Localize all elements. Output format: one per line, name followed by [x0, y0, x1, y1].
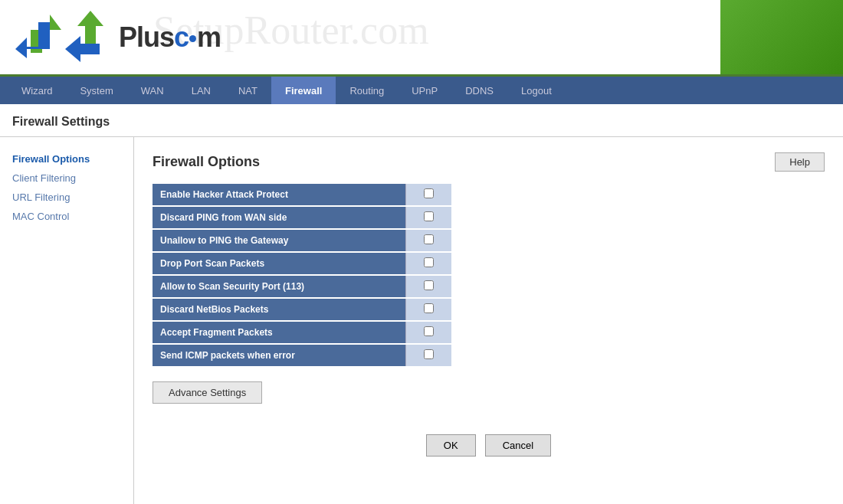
logo-arrows-icon — [8, 7, 61, 68]
ok-button[interactable]: OK — [426, 434, 476, 457]
option-label: Accept Fragment Packets — [153, 321, 405, 344]
advance-settings-button[interactable]: Advance Settings — [153, 381, 262, 404]
table-row: Enable Hacker Attack Protect — [153, 184, 451, 206]
nav-upnp[interactable]: UPnP — [398, 77, 451, 104]
table-row: Send ICMP packets when error — [153, 344, 451, 366]
logo-com-text: c — [174, 21, 189, 53]
nav-logout[interactable]: Logout — [507, 77, 566, 104]
page-title: Firewall Settings — [0, 104, 843, 137]
table-row: Accept Fragment Packets — [153, 321, 451, 344]
advance-settings-container: Advance Settings — [153, 374, 825, 404]
option-checkbox-cell[interactable] — [405, 229, 451, 252]
svg-marker-2 — [77, 11, 103, 49]
nav-routing[interactable]: Routing — [336, 77, 398, 104]
option-checkbox[interactable] — [424, 349, 434, 359]
nav-lan[interactable]: LAN — [178, 77, 225, 104]
option-checkbox-cell[interactable] — [405, 252, 451, 275]
table-row: Drop Port Scan Packets — [153, 252, 451, 275]
option-label: Allow to Scan Security Port (113) — [153, 275, 405, 298]
logo: Pluscm — [8, 7, 221, 68]
sidebar-item-url-filtering[interactable]: URL Filtering — [9, 188, 124, 207]
option-checkbox-cell[interactable] — [405, 206, 451, 229]
option-label: Unallow to PING the Gateway — [153, 229, 405, 252]
help-button[interactable]: Help — [775, 152, 825, 172]
logo-dot-icon — [189, 35, 196, 42]
option-checkbox[interactable] — [424, 234, 434, 244]
nav-system[interactable]: System — [66, 77, 126, 104]
sidebar-item-firewall-options[interactable]: Firewall Options — [9, 149, 124, 169]
navbar: Wizard System WAN LAN NAT Firewall Routi… — [0, 77, 843, 104]
option-checkbox-cell[interactable] — [405, 184, 451, 206]
option-checkbox-cell[interactable] — [405, 321, 451, 344]
option-label: Discard NetBios Packets — [153, 298, 405, 321]
header: Pluscm SetupRouter.com — [0, 0, 843, 77]
logo-plus: Plus — [119, 21, 174, 53]
table-row: Unallow to PING the Gateway — [153, 229, 451, 252]
nav-wan[interactable]: WAN — [127, 77, 178, 104]
nav-wizard[interactable]: Wizard — [8, 77, 66, 104]
table-row: Allow to Scan Security Port (113) — [153, 275, 451, 298]
logo-om: m — [197, 21, 221, 53]
table-row: Discard NetBios Packets — [153, 298, 451, 321]
logo-text: Pluscm — [119, 21, 221, 54]
main-content: Firewall Options Help Enable Hacker Atta… — [134, 137, 843, 504]
content-area: Firewall Options Client Filtering URL Fi… — [0, 137, 843, 504]
nav-firewall[interactable]: Firewall — [271, 77, 336, 104]
option-checkbox-cell[interactable] — [405, 298, 451, 321]
firewall-options-table: Enable Hacker Attack ProtectDiscard PING… — [153, 184, 451, 366]
option-label: Enable Hacker Attack Protect — [153, 184, 405, 206]
option-checkbox[interactable] — [424, 211, 434, 221]
option-label: Send ICMP packets when error — [153, 344, 405, 366]
option-checkbox[interactable] — [424, 280, 434, 290]
sidebar: Firewall Options Client Filtering URL Fi… — [0, 137, 134, 504]
header-green-bar — [720, 0, 843, 77]
sidebar-item-client-filtering[interactable]: Client Filtering — [9, 169, 124, 188]
option-checkbox[interactable] — [424, 326, 434, 336]
sidebar-item-mac-control[interactable]: MAC Control — [9, 207, 124, 226]
option-checkbox-cell[interactable] — [405, 275, 451, 298]
nav-ddns[interactable]: DDNS — [451, 77, 507, 104]
cancel-button[interactable]: Cancel — [485, 434, 551, 457]
option-checkbox[interactable] — [424, 188, 434, 198]
section-title: Firewall Options — [153, 154, 260, 170]
option-checkbox[interactable] — [424, 257, 434, 267]
option-checkbox[interactable] — [424, 303, 434, 313]
footer-buttons: OK Cancel — [153, 434, 825, 457]
section-header: Firewall Options Help — [153, 152, 825, 172]
table-row: Discard PING from WAN side — [153, 206, 451, 229]
option-label: Discard PING from WAN side — [153, 206, 405, 229]
logo-icon — [61, 7, 119, 68]
option-label: Drop Port Scan Packets — [153, 252, 405, 275]
nav-nat[interactable]: NAT — [225, 77, 271, 104]
option-checkbox-cell[interactable] — [405, 344, 451, 366]
